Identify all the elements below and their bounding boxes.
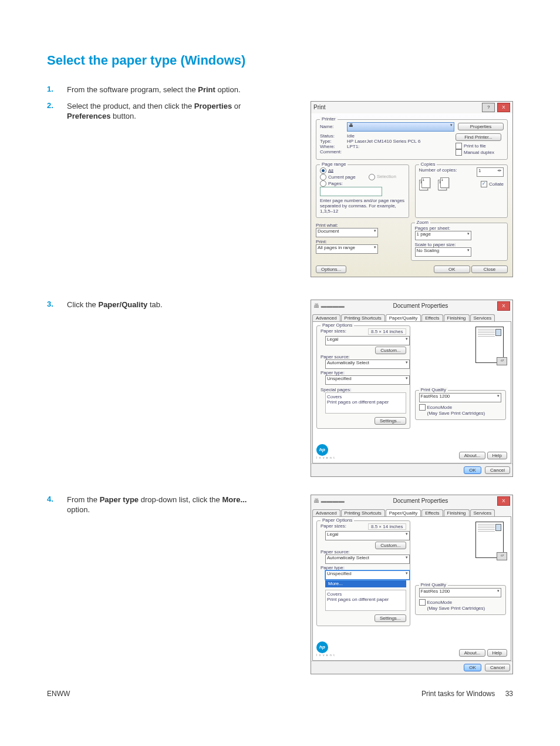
page-heading: Select the paper type (Windows) — [47, 53, 513, 68]
list-item[interactable]: Covers — [327, 394, 404, 399]
current-page-radio[interactable] — [320, 174, 326, 180]
options-button[interactable]: Options... — [316, 266, 346, 273]
print-dialog-screenshot: Print ? X Printer Name: 🖶 Properties — [311, 101, 513, 277]
page-preview: ▱ — [472, 325, 507, 367]
hp-logo-icon: hp — [316, 641, 328, 653]
close-icon[interactable]: X — [497, 103, 510, 112]
settings-button[interactable]: Settings... — [375, 417, 406, 425]
window-title: Document Properties — [345, 303, 497, 309]
step-number: 4. — [47, 495, 67, 503]
print-quality-dropdown[interactable]: FastRes 1200 — [419, 393, 501, 402]
step-text: From the software program, select the Pr… — [67, 85, 266, 95]
copies-spinner[interactable]: 1 — [477, 167, 504, 177]
footer-section: Print tasks for Windows — [421, 690, 495, 698]
close-button[interactable]: Close — [471, 266, 508, 273]
pages-radio[interactable] — [320, 180, 326, 187]
pages-per-sheet-dropdown[interactable]: 1 page — [415, 231, 471, 240]
properties-button[interactable]: Properties — [458, 123, 504, 130]
footer-left: ENWW — [47, 690, 70, 698]
tab-shortcuts[interactable]: Printing Shortcuts — [341, 314, 385, 321]
printer-group-label: Printer — [320, 116, 338, 122]
window-title: Document Properties — [345, 498, 497, 504]
window-title: Print — [313, 104, 326, 110]
selection-radio[interactable] — [369, 174, 375, 180]
print-what-dropdown[interactable]: Document — [316, 228, 378, 237]
step-text: From the Paper type drop-down list, clic… — [67, 495, 266, 515]
collate-icon: 11 — [419, 177, 434, 191]
properties-dialog-more-screenshot: 🖶 ▬▬▬▬ Document Properties X Advanced Pr… — [311, 495, 513, 674]
page-number: 33 — [505, 690, 513, 698]
paper-size-dropdown[interactable]: Legal — [325, 336, 410, 345]
ok-button[interactable]: OK — [464, 466, 481, 474]
printer-name-dropdown[interactable]: 🖶 — [347, 122, 454, 132]
orientation-icon: ▱ — [497, 357, 507, 365]
scale-dropdown[interactable]: No Scaling — [415, 247, 471, 257]
more-option-item[interactable]: More... — [325, 580, 406, 587]
step-number: 2. — [47, 101, 67, 110]
help-button[interactable]: Help — [487, 452, 507, 459]
help-icon[interactable]: ? — [482, 103, 495, 112]
step-text: Click the Paper/Quality tab. — [67, 300, 266, 310]
collate-checkbox[interactable] — [481, 181, 487, 187]
find-printer-button[interactable]: Find Printer... — [456, 133, 501, 141]
list-item[interactable]: Print pages on different paper — [327, 399, 404, 405]
tab-services[interactable]: Services — [470, 314, 495, 321]
about-button[interactable]: About... — [459, 452, 486, 459]
all-radio[interactable] — [320, 167, 326, 174]
step-text: Select the product, and then click the P… — [67, 101, 266, 122]
paper-type-dropdown-open[interactable]: Unspecified — [325, 570, 410, 580]
properties-dialog-screenshot: 🖶 ▬▬▬▬ Document Properties X Advanced Pr… — [311, 300, 513, 477]
manual-duplex-checkbox[interactable] — [456, 149, 462, 156]
tabs-bar: Advanced Printing Shortcuts Paper/Qualit… — [312, 314, 511, 322]
print-range-dropdown[interactable]: All pages in range — [316, 244, 378, 254]
name-label: Name: — [320, 124, 347, 129]
paper-type-dropdown[interactable]: Unspecified — [325, 375, 410, 385]
step-number: 1. — [47, 85, 67, 93]
tab-advanced[interactable]: Advanced — [312, 314, 340, 321]
economode-checkbox[interactable] — [419, 404, 426, 411]
collate-icon: 11 — [438, 177, 453, 191]
custom-button[interactable]: Custom... — [375, 347, 406, 354]
hp-logo-icon: hp — [316, 444, 328, 456]
tab-finishing[interactable]: Finishing — [444, 314, 470, 321]
print-to-file-checkbox[interactable] — [456, 143, 462, 149]
pages-input[interactable] — [320, 187, 382, 196]
ok-button[interactable]: OK — [434, 266, 470, 273]
paper-source-dropdown[interactable]: Automatically Select — [325, 359, 410, 369]
tab-paper-quality[interactable]: Paper/Quality — [386, 314, 421, 321]
close-icon[interactable]: X — [497, 301, 510, 311]
cancel-button[interactable]: Cancel — [485, 466, 510, 474]
page-footer: ENWW Print tasks for Windows 33 — [47, 690, 513, 698]
close-icon[interactable]: X — [497, 496, 510, 506]
tab-effects[interactable]: Effects — [421, 314, 443, 321]
step-number: 3. — [47, 300, 67, 308]
